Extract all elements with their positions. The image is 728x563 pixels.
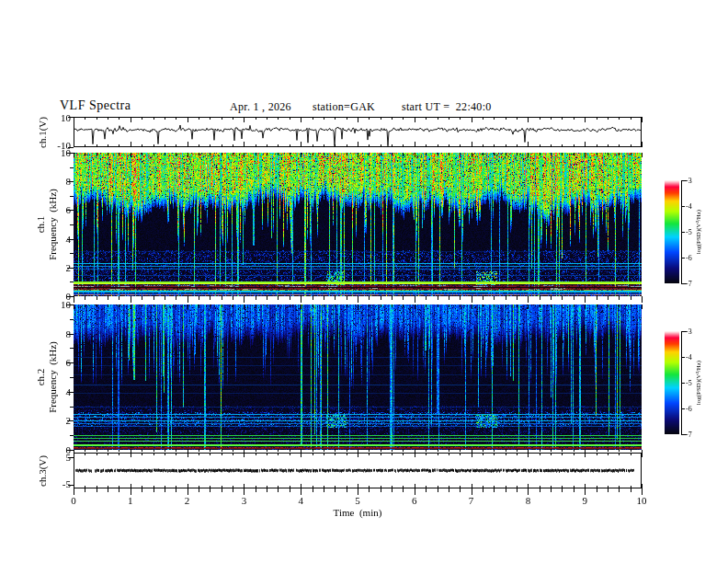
- ch1-ymax-label: 10: [61, 112, 71, 123]
- colorbar2-label: log(PSD)(V²/Hz): [695, 361, 702, 405]
- spec1-y-tick-label: 10: [61, 147, 71, 158]
- spec2-channel-ylabel: ch.2: [35, 369, 46, 386]
- ch3-voltage-ylabel: ch.3(V): [37, 455, 48, 487]
- spec2-y-tick-label: 6: [66, 357, 72, 368]
- spec2-y-tick-label: 0: [66, 444, 72, 455]
- colorbar-tick-label: -7: [686, 431, 692, 439]
- x-tick-label: 7: [469, 495, 474, 506]
- colorbar-tick-label: -6: [686, 405, 692, 413]
- spec2-y-tick-label: 8: [66, 328, 72, 339]
- x-axis-title: Time (min): [334, 507, 382, 518]
- colorbar-tick-label: -5: [686, 228, 692, 236]
- colorbar-tick-label: -3: [686, 177, 692, 185]
- spec2-y-tick-label: 4: [66, 386, 72, 397]
- spec2-freq-ylabel: Frequency (kHz): [47, 341, 58, 413]
- spec1-y-tick-label: 2: [66, 262, 72, 273]
- spec1-y-tick-label: 6: [66, 204, 72, 215]
- spec2-y-tick-label: 2: [66, 415, 72, 426]
- ch3-ymin-label: -5: [63, 478, 71, 489]
- x-tick-label: 2: [185, 495, 190, 506]
- spec1-freq-ylabel: Frequency (kHz): [47, 189, 58, 260]
- axes-ticks-overlay: [0, 0, 728, 563]
- spec1-y-tick-label: 8: [66, 176, 72, 187]
- spec2-y-tick-label: 10: [61, 299, 71, 310]
- colorbar1-label: log(PSD)(V²/Hz): [695, 210, 702, 254]
- ch1-voltage-ylabel: ch.1(V): [37, 117, 48, 148]
- colorbar-tick-label: -5: [686, 379, 692, 387]
- vlf-spectra-plot: VLF Spectra Apr. 1 , 2026 station=GAK st…: [0, 0, 728, 563]
- x-tick-label: 6: [412, 495, 417, 506]
- spec1-channel-ylabel: ch.1: [35, 216, 46, 234]
- colorbar-tick-label: -4: [686, 202, 692, 211]
- x-tick-label: 3: [242, 495, 247, 506]
- colorbar-tick-label: -6: [686, 254, 692, 262]
- colorbar-tick-label: -3: [686, 327, 692, 336]
- x-tick-label: 9: [582, 495, 587, 506]
- x-tick-label: 1: [128, 495, 133, 506]
- colorbar-tick-label: -4: [686, 353, 692, 362]
- x-tick-label: 5: [355, 495, 360, 506]
- colorbar-tick-label: -7: [686, 280, 692, 288]
- spec1-y-tick-label: 4: [66, 234, 72, 245]
- x-tick-label: 0: [71, 495, 76, 506]
- x-tick-label: 10: [637, 495, 647, 506]
- x-tick-label: 4: [298, 495, 303, 506]
- x-tick-label: 8: [526, 495, 531, 506]
